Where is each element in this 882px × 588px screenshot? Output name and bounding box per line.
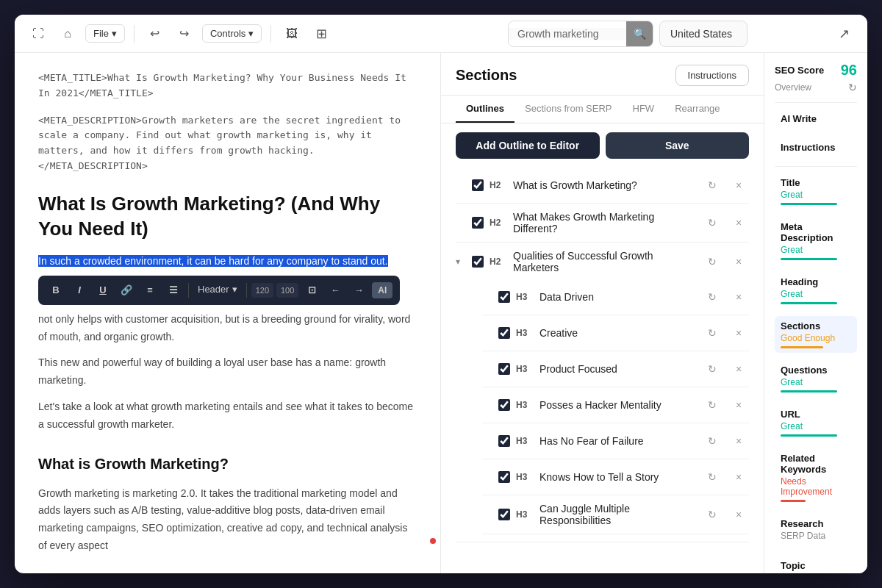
underline-button[interactable]: U xyxy=(93,280,113,301)
close-icon[interactable]: × xyxy=(728,395,749,415)
home-icon[interactable]: ⌂ xyxy=(56,22,79,46)
italic-button[interactable]: I xyxy=(69,280,90,301)
tab-sections-from-serp[interactable]: Sections from SERP xyxy=(514,96,623,123)
seo-refresh-icon[interactable]: ↻ xyxy=(848,82,857,93)
section-checkbox[interactable] xyxy=(472,256,484,268)
ai-button[interactable]: AI xyxy=(372,282,392,298)
close-icon[interactable]: × xyxy=(728,504,749,525)
seo-item-label: Topic Coverage xyxy=(781,560,851,573)
unordered-list-button[interactable]: ☰ xyxy=(163,280,184,301)
seo-item-url[interactable]: URL Great xyxy=(775,404,857,441)
section-level: H3 xyxy=(516,400,534,410)
expand-button[interactable]: ⊡ xyxy=(301,280,322,301)
redo-icon[interactable]: ↪ xyxy=(173,22,196,46)
refresh-icon[interactable]: ↻ xyxy=(702,431,723,451)
refresh-icon[interactable]: ↻ xyxy=(702,504,723,525)
seo-item-meta-description[interactable]: Meta Description Great xyxy=(775,217,857,265)
add-outline-button[interactable]: Add Outline to Editor xyxy=(456,132,600,159)
link-button[interactable]: 🔗 xyxy=(116,280,137,301)
list-item: H2 What is Growth Marketing? ↻ × xyxy=(456,168,749,204)
sections-actions: Add Outline to Editor Save xyxy=(441,123,764,168)
refresh-icon[interactable]: ↻ xyxy=(702,212,723,233)
save-button[interactable]: Save xyxy=(606,132,750,159)
close-icon[interactable]: × xyxy=(728,323,749,343)
country-selector[interactable]: United States xyxy=(659,21,747,47)
num-100-button[interactable]: 100 xyxy=(276,283,298,298)
seo-item-sections[interactable]: Sections Good Enough xyxy=(775,316,857,353)
seo-item-ai-write[interactable]: AI Write xyxy=(775,109,857,130)
close-icon[interactable]: × xyxy=(728,359,749,379)
tab-hfw[interactable]: HFW xyxy=(623,96,665,123)
header-dropdown[interactable]: Header ▾ xyxy=(193,282,242,298)
seo-item-topic-coverage[interactable]: Topic Coverage xyxy=(775,556,857,573)
close-icon[interactable]: × xyxy=(728,287,749,307)
section-text: Product Focused xyxy=(539,363,696,375)
chevron-down-icon[interactable]: ▾ xyxy=(456,257,466,267)
search-icon: 🔍 xyxy=(634,28,646,40)
refresh-icon[interactable]: ↻ xyxy=(702,395,723,415)
search-box: 🔍 xyxy=(508,21,653,47)
editor-panel: <META_TITLE>What Is Growth Marketing? Wh… xyxy=(15,53,441,573)
refresh-icon[interactable]: ↻ xyxy=(702,359,723,379)
close-icon[interactable]: × xyxy=(728,212,749,233)
refresh-icon[interactable]: ↻ xyxy=(702,323,723,343)
file-dropdown[interactable]: File ▾ xyxy=(85,24,125,43)
section-checkbox[interactable] xyxy=(472,217,484,229)
meta-description-text: <META_DESCRIPTION>Growth marketers are t… xyxy=(38,115,401,171)
seo-item-instructions[interactable]: Instructions xyxy=(775,137,857,159)
section-checkbox[interactable] xyxy=(498,471,510,483)
section-checkbox[interactable] xyxy=(498,363,510,375)
country-label: United States xyxy=(670,28,732,40)
list-item: H3 Product Focused ↻ × xyxy=(482,351,749,387)
formatting-toolbar: B I U 🔗 ≡ ☰ Header ▾ 120 100 ⊡ ← xyxy=(38,276,400,305)
seo-item-research[interactable]: Research SERP Data xyxy=(775,514,857,548)
seo-item-title[interactable]: Title Great xyxy=(775,173,857,209)
section-checkbox[interactable] xyxy=(472,179,484,191)
refresh-icon[interactable]: ↻ xyxy=(702,251,723,272)
search-input[interactable] xyxy=(509,28,626,40)
tab-rearrange[interactable]: Rearrange xyxy=(664,96,730,123)
table-icon[interactable]: ⊞ xyxy=(309,22,333,46)
section-checkbox[interactable] xyxy=(498,435,510,447)
status-bar xyxy=(781,302,837,304)
close-icon[interactable]: × xyxy=(728,431,749,451)
refresh-icon[interactable]: ↻ xyxy=(702,467,723,487)
instructions-button[interactable]: Instructions xyxy=(675,65,749,86)
section-checkbox[interactable] xyxy=(498,291,510,303)
seo-divider-2 xyxy=(775,166,857,167)
section-level: H2 xyxy=(490,180,507,190)
right-arrow-button[interactable]: → xyxy=(348,280,369,301)
close-icon[interactable]: × xyxy=(728,175,749,196)
editor-content[interactable]: <META_TITLE>What Is Growth Marketing? Wh… xyxy=(15,53,440,573)
close-icon[interactable]: × xyxy=(728,467,749,487)
undo-icon[interactable]: ↩ xyxy=(143,22,167,46)
section-level: H2 xyxy=(490,257,507,267)
search-button[interactable]: 🔍 xyxy=(626,21,653,47)
section-checkbox[interactable] xyxy=(498,399,510,411)
seo-item-label: Heading xyxy=(781,276,851,287)
tab-outlines[interactable]: Outlines xyxy=(456,96,514,123)
image-icon[interactable]: 🖼 xyxy=(280,22,304,46)
seo-item-heading[interactable]: Heading Great xyxy=(775,272,857,309)
seo-item-related-keywords[interactable]: Related Keywords Needs Improvement xyxy=(775,448,857,506)
seo-score-value: 96 xyxy=(841,62,857,79)
ordered-list-button[interactable]: ≡ xyxy=(140,280,160,301)
seo-item-status: Great xyxy=(781,377,851,387)
share-icon: ↗ xyxy=(839,26,850,42)
section-checkbox[interactable] xyxy=(498,509,510,520)
seo-item-questions[interactable]: Questions Great xyxy=(775,360,857,397)
controls-dropdown[interactable]: Controls ▾ xyxy=(202,24,262,43)
body-para-1: not only helps with customer acquisition… xyxy=(38,311,417,346)
section-checkbox[interactable] xyxy=(498,327,510,339)
left-arrow-button[interactable]: ← xyxy=(325,280,345,301)
seo-item-label: Meta Description xyxy=(781,221,851,243)
num-120-button[interactable]: 120 xyxy=(251,283,273,298)
fullscreen-icon[interactable]: ⛶ xyxy=(26,22,50,46)
refresh-icon[interactable]: ↻ xyxy=(702,287,723,307)
close-icon[interactable]: × xyxy=(728,251,749,272)
seo-item-label: Instructions xyxy=(781,142,851,153)
bold-button[interactable]: B xyxy=(46,280,66,301)
refresh-icon[interactable]: ↻ xyxy=(702,175,723,196)
sections-panel: Sections Instructions Outlines Sections … xyxy=(441,53,764,573)
share-button[interactable]: ↗ xyxy=(832,22,856,46)
